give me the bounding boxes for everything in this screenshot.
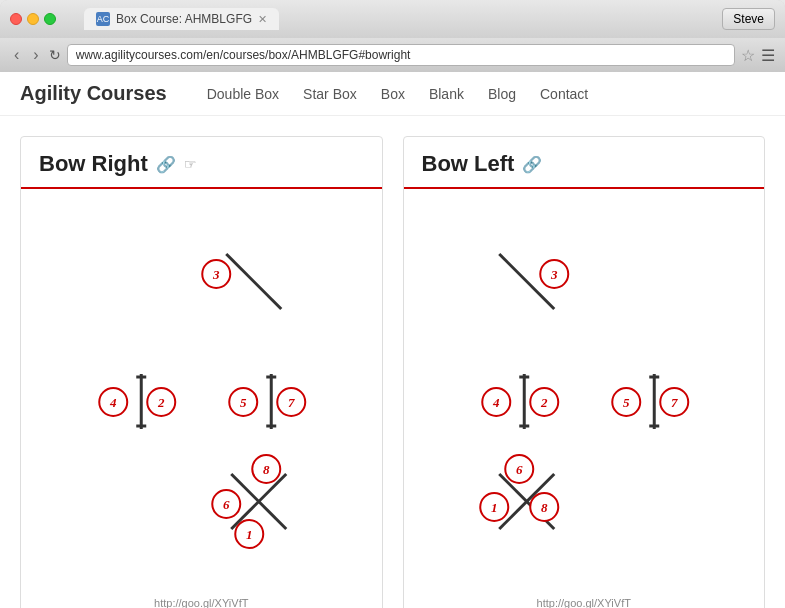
svg-text:6: 6 (223, 497, 230, 512)
nav-contact[interactable]: Contact (540, 86, 588, 102)
bow-left-svg: 3 4 2 5 (414, 199, 755, 559)
svg-text:8: 8 (541, 500, 548, 515)
svg-text:2: 2 (157, 395, 165, 410)
svg-text:8: 8 (263, 462, 270, 477)
courses-content: Bow Right 🔗 ☞ 3 (0, 116, 785, 608)
address-bar[interactable] (67, 44, 735, 66)
browser-toolbar: ‹ › ↻ ☆ ☰ (0, 38, 785, 72)
bow-right-svg: 3 4 2 (31, 199, 372, 559)
active-tab[interactable]: AC Box Course: AHMBLGFG ✕ (84, 8, 279, 30)
bow-right-footer: http://goo.gl/XYiVfT agilitycourses.com (21, 589, 382, 608)
nav-links: Double Box Star Box Box Blank Blog Conta… (207, 86, 589, 102)
svg-text:5: 5 (623, 395, 630, 410)
forward-button[interactable]: › (29, 44, 42, 66)
reload-button[interactable]: ↻ (49, 47, 61, 63)
nav-star-box[interactable]: Star Box (303, 86, 357, 102)
back-button[interactable]: ‹ (10, 44, 23, 66)
tab-bar: AC Box Course: AHMBLGFG ✕ (84, 8, 714, 30)
svg-text:7: 7 (288, 395, 295, 410)
svg-text:1: 1 (246, 527, 253, 542)
user-button[interactable]: Steve (722, 8, 775, 30)
bow-right-title: Bow Right (39, 151, 148, 177)
menu-icon[interactable]: ☰ (761, 46, 775, 65)
nav-blank[interactable]: Blank (429, 86, 464, 102)
svg-text:4: 4 (109, 395, 117, 410)
page-content: Agility Courses Double Box Star Box Box … (0, 72, 785, 608)
close-button[interactable] (10, 13, 22, 25)
svg-text:3: 3 (550, 267, 558, 282)
tab-favicon: AC (96, 12, 110, 26)
nav-double-box[interactable]: Double Box (207, 86, 279, 102)
svg-text:7: 7 (671, 395, 678, 410)
maximize-button[interactable] (44, 13, 56, 25)
bow-left-diagram: 3 4 2 5 (404, 189, 765, 589)
bow-right-header: Bow Right 🔗 ☞ (21, 137, 382, 189)
tab-close-icon[interactable]: ✕ (258, 13, 267, 26)
svg-text:6: 6 (516, 462, 523, 477)
bow-left-header: Bow Left 🔗 (404, 137, 765, 189)
nav-box[interactable]: Box (381, 86, 405, 102)
bow-right-panel: Bow Right 🔗 ☞ 3 (20, 136, 383, 608)
bow-left-footer: http://goo.gl/XYiVfT agilitycourses.com (404, 589, 765, 608)
browser-window: AC Box Course: AHMBLGFG ✕ Steve ‹ › ↻ ☆ … (0, 0, 785, 608)
svg-line-0 (226, 254, 281, 309)
bow-right-diagram: 3 4 2 (21, 189, 382, 589)
svg-text:5: 5 (240, 395, 247, 410)
site-logo: Agility Courses (20, 82, 167, 105)
tab-title: Box Course: AHMBLGFG (116, 12, 252, 26)
bow-right-link-icon[interactable]: 🔗 (156, 155, 176, 174)
svg-text:1: 1 (491, 500, 498, 515)
site-navigation: Agility Courses Double Box Star Box Box … (0, 72, 785, 116)
bow-right-url: http://goo.gl/XYiVfT (29, 597, 374, 608)
titlebar: AC Box Course: AHMBLGFG ✕ Steve (0, 0, 785, 38)
bow-left-link-icon[interactable]: 🔗 (522, 155, 542, 174)
cursor-icon: ☞ (184, 156, 197, 172)
bow-left-title: Bow Left (422, 151, 515, 177)
bow-left-url: http://goo.gl/XYiVfT (412, 597, 757, 608)
traffic-lights (10, 13, 56, 25)
bow-left-panel: Bow Left 🔗 3 (403, 136, 766, 608)
svg-text:4: 4 (492, 395, 500, 410)
bookmark-icon[interactable]: ☆ (741, 46, 755, 65)
nav-blog[interactable]: Blog (488, 86, 516, 102)
svg-text:2: 2 (540, 395, 548, 410)
svg-text:3: 3 (212, 267, 220, 282)
minimize-button[interactable] (27, 13, 39, 25)
